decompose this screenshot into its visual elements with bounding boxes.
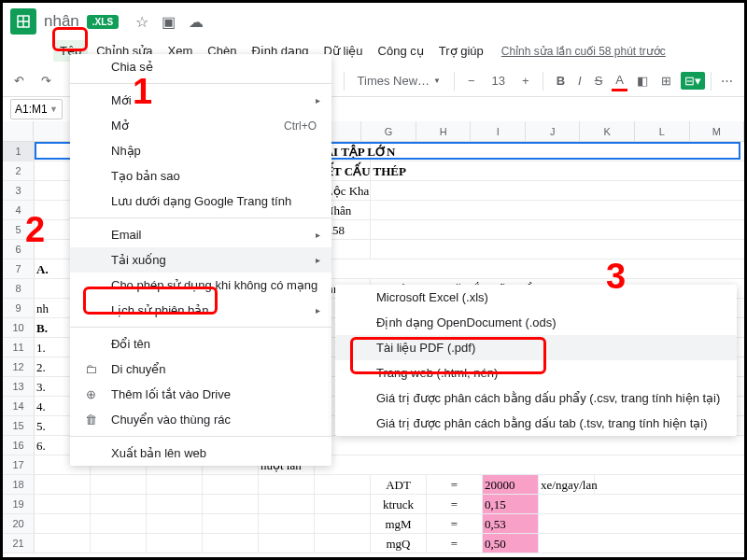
cell[interactable]: 20000 — [483, 475, 539, 494]
download-ods[interactable]: Định dạng OpenDocument (.ods) — [335, 310, 737, 335]
move-icon[interactable]: ▣ — [162, 13, 176, 31]
row-header[interactable]: 9 — [3, 299, 35, 317]
file-open[interactable]: MởCtrl+O — [70, 113, 331, 138]
menu-tools[interactable]: Công cụ — [372, 40, 430, 62]
row-header[interactable]: 3 — [3, 181, 35, 200]
svg-rect-4 — [24, 22, 29, 27]
file-trash[interactable]: 🗑Chuyển vào thùng rác — [70, 407, 331, 432]
download-html[interactable]: Trang web (.html, nén) — [335, 360, 737, 385]
file-rename[interactable]: Đổi tên — [70, 331, 331, 357]
cell[interactable]: ADT — [371, 475, 427, 494]
cloud-icon[interactable]: ☁ — [189, 13, 204, 31]
row-header[interactable]: 7 — [3, 259, 35, 278]
row-header[interactable]: 4 — [3, 201, 35, 219]
row-header[interactable]: 2 — [3, 161, 35, 180]
col-header[interactable]: K — [580, 121, 635, 141]
name-box-value: A1:M1 — [15, 103, 48, 116]
file-offline[interactable]: Cho phép sử dụng khi không có mạng — [70, 273, 331, 298]
merge-icon[interactable]: ⊟▾ — [681, 72, 705, 90]
download-tsv[interactable]: Giá trị được phân cách bằng dấu tab (.ts… — [335, 411, 737, 436]
italic-icon[interactable]: I — [574, 72, 585, 90]
more-icon[interactable]: ⋯ — [717, 72, 737, 90]
trash-icon: 🗑 — [83, 413, 98, 427]
row-header[interactable]: 8 — [3, 279, 35, 298]
xls-badge: .XLS — [87, 15, 119, 29]
row-header[interactable]: 13 — [3, 377, 35, 396]
file-copy[interactable]: Tạo bản sao — [70, 163, 331, 189]
cell[interactable]: 0,53 — [483, 514, 539, 533]
file-publish[interactable]: Xuất bản lên web — [70, 441, 331, 466]
file-menu: Chia sẻ Mới▸ MởCtrl+O Nhập Tạo bản sao L… — [70, 54, 331, 466]
col-header[interactable]: M — [690, 121, 745, 141]
sheets-logo[interactable] — [10, 8, 36, 35]
cell[interactable]: = — [427, 495, 483, 513]
row-header[interactable]: 10 — [3, 318, 35, 337]
row-header[interactable]: 11 — [3, 338, 35, 357]
svg-rect-3 — [19, 22, 23, 27]
redo-icon[interactable]: ↷ — [37, 72, 55, 90]
file-new[interactable]: Mới▸ — [70, 88, 331, 113]
row-header[interactable]: 1 — [3, 142, 35, 161]
borders-icon[interactable]: ⊞ — [657, 72, 675, 90]
cell[interactable]: = — [427, 475, 483, 494]
font-size[interactable]: 13 — [488, 74, 509, 88]
download-csv[interactable]: Giá trị được phân cách bằng dấu phẩy (.c… — [335, 385, 737, 411]
cell[interactable]: mgM — [371, 514, 427, 533]
file-move[interactable]: 🗀Di chuyển — [70, 357, 331, 382]
text-color-icon[interactable]: A — [612, 71, 627, 91]
row-header[interactable]: 18 — [3, 475, 35, 494]
font-name: Times New… — [358, 74, 430, 88]
bold-icon[interactable]: B — [553, 72, 569, 90]
cell[interactable]: ktruck — [371, 495, 427, 513]
file-shortcut[interactable]: ⊕Thêm lối tắt vào Drive — [70, 382, 331, 407]
file-import[interactable]: Nhập — [70, 138, 331, 163]
file-download[interactable]: Tải xuống▸ — [70, 247, 331, 273]
row-header[interactable]: 15 — [3, 416, 35, 435]
download-pdf[interactable]: Tài liệu PDF (.pdf) — [335, 335, 737, 360]
row-header[interactable]: 12 — [3, 357, 35, 376]
svg-rect-1 — [19, 17, 23, 21]
cell[interactable]: mgQ — [371, 534, 427, 553]
col-header[interactable]: I — [471, 121, 526, 141]
row-header[interactable]: 6 — [3, 240, 35, 259]
font-selector[interactable]: Times New…▼ — [354, 72, 444, 90]
fill-color-icon[interactable]: ◧ — [633, 72, 652, 90]
col-header[interactable]: L — [635, 121, 690, 141]
cell[interactable]: 0,50 — [483, 534, 539, 553]
row-header[interactable]: 5 — [3, 220, 35, 239]
cell[interactable]: = — [427, 534, 483, 553]
file-email[interactable]: Email▸ — [70, 222, 331, 247]
strike-icon[interactable]: S — [591, 72, 607, 90]
size-plus-icon[interactable]: + — [518, 72, 533, 90]
download-submenu: Microsoft Excel (.xls) Định dạng OpenDoc… — [335, 285, 737, 436]
file-history[interactable]: Lịch sử phiên bản▸ — [70, 298, 331, 323]
svg-rect-2 — [24, 17, 29, 21]
file-save-gsheets[interactable]: Lưu dưới dạng Google Trang tính — [70, 189, 331, 214]
download-xls[interactable]: Microsoft Excel (.xls) — [335, 285, 737, 310]
row-header[interactable]: 19 — [3, 495, 35, 513]
row-header[interactable]: 21 — [3, 534, 35, 553]
menu-help[interactable]: Trợ giúp — [432, 40, 490, 62]
size-minus-icon[interactable]: − — [464, 72, 479, 90]
shortcut-icon: ⊕ — [83, 387, 98, 401]
star-icon[interactable]: ☆ — [135, 13, 148, 31]
undo-icon[interactable]: ↶ — [10, 72, 28, 90]
edit-history-link[interactable]: Chỉnh sửa lần cuối 58 phút trước — [501, 45, 666, 58]
cell[interactable]: 0,15 — [483, 495, 539, 513]
folder-icon: 🗀 — [83, 362, 98, 376]
name-box[interactable]: A1:M1 ▼ — [10, 99, 63, 119]
col-header[interactable]: H — [416, 121, 472, 141]
row-header[interactable]: 14 — [3, 397, 35, 415]
cell[interactable]: xe/ngay/lan — [539, 475, 595, 494]
col-header[interactable]: J — [526, 121, 581, 141]
file-share[interactable]: Chia sẻ — [70, 54, 331, 79]
row-header[interactable]: 16 — [3, 436, 35, 455]
col-header[interactable]: G — [361, 121, 416, 141]
document-name[interactable]: nhân — [44, 12, 79, 31]
row-header[interactable]: 20 — [3, 514, 35, 533]
row-header[interactable]: 17 — [3, 455, 35, 474]
cell[interactable]: = — [427, 514, 483, 533]
